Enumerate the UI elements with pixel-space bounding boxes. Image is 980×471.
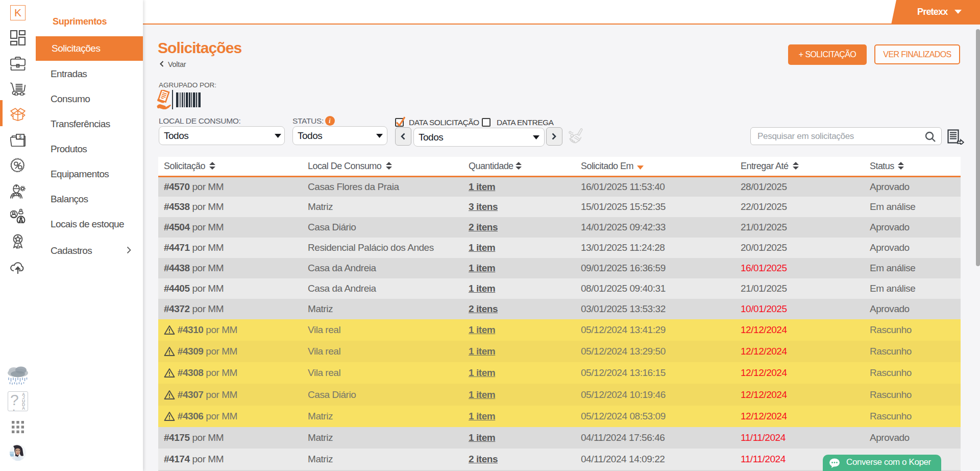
svg-text:$: $ [19,134,22,139]
